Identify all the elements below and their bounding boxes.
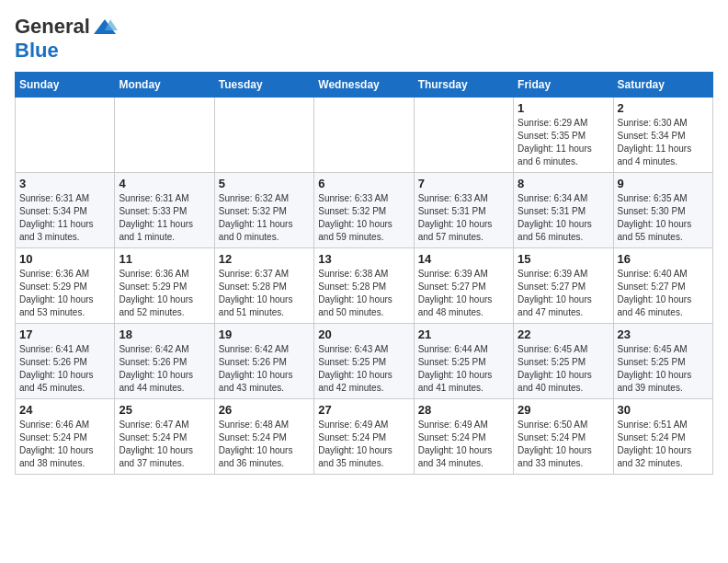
day-number: 20 <box>318 327 409 341</box>
day-number: 27 <box>318 403 409 417</box>
day-info: Sunrise: 6:44 AM Sunset: 5:25 PM Dayligh… <box>418 343 509 395</box>
day-number: 12 <box>219 252 310 266</box>
day-info: Sunrise: 6:49 AM Sunset: 5:24 PM Dayligh… <box>418 419 509 470</box>
day-info: Sunrise: 6:40 AM Sunset: 5:27 PM Dayligh… <box>618 268 709 319</box>
calendar-cell: 27Sunrise: 6:49 AM Sunset: 5:24 PM Dayli… <box>314 399 414 475</box>
calendar-cell: 15Sunrise: 6:39 AM Sunset: 5:27 PM Dayli… <box>514 248 613 324</box>
calendar: SundayMondayTuesdayWednesdayThursdayFrid… <box>15 72 713 475</box>
day-number: 11 <box>119 252 210 266</box>
day-number: 22 <box>518 327 609 341</box>
calendar-cell: 19Sunrise: 6:42 AM Sunset: 5:26 PM Dayli… <box>214 324 313 399</box>
day-info: Sunrise: 6:38 AM Sunset: 5:28 PM Dayligh… <box>318 268 409 319</box>
day-number: 24 <box>19 403 110 417</box>
calendar-header-row: SundayMondayTuesdayWednesdayThursdayFrid… <box>16 73 713 98</box>
day-info: Sunrise: 6:37 AM Sunset: 5:28 PM Dayligh… <box>219 268 310 319</box>
day-info: Sunrise: 6:48 AM Sunset: 5:24 PM Dayligh… <box>219 419 310 470</box>
weekday-header-friday: Friday <box>514 73 613 98</box>
weekday-header-wednesday: Wednesday <box>314 73 414 98</box>
day-number: 23 <box>618 327 709 341</box>
logo-icon <box>92 17 118 36</box>
calendar-cell: 12Sunrise: 6:37 AM Sunset: 5:28 PM Dayli… <box>214 248 313 324</box>
calendar-cell: 16Sunrise: 6:40 AM Sunset: 5:27 PM Dayli… <box>613 248 712 324</box>
calendar-cell: 3Sunrise: 6:31 AM Sunset: 5:34 PM Daylig… <box>16 173 115 248</box>
day-info: Sunrise: 6:35 AM Sunset: 5:30 PM Dayligh… <box>618 192 709 244</box>
calendar-cell: 23Sunrise: 6:45 AM Sunset: 5:25 PM Dayli… <box>613 324 712 399</box>
day-number: 1 <box>518 101 609 115</box>
header: General Blue <box>15 15 713 63</box>
calendar-week-2: 3Sunrise: 6:31 AM Sunset: 5:34 PM Daylig… <box>16 173 713 248</box>
calendar-cell: 5Sunrise: 6:32 AM Sunset: 5:32 PM Daylig… <box>214 173 313 248</box>
calendar-week-5: 24Sunrise: 6:46 AM Sunset: 5:24 PM Dayli… <box>16 399 713 475</box>
day-info: Sunrise: 6:33 AM Sunset: 5:32 PM Dayligh… <box>318 192 409 244</box>
weekday-header-thursday: Thursday <box>414 73 513 98</box>
weekday-header-tuesday: Tuesday <box>214 73 313 98</box>
calendar-cell: 24Sunrise: 6:46 AM Sunset: 5:24 PM Dayli… <box>16 399 115 475</box>
calendar-cell: 14Sunrise: 6:39 AM Sunset: 5:27 PM Dayli… <box>414 248 513 324</box>
calendar-cell: 18Sunrise: 6:42 AM Sunset: 5:26 PM Dayli… <box>115 324 214 399</box>
day-number: 10 <box>19 252 110 266</box>
calendar-cell: 13Sunrise: 6:38 AM Sunset: 5:28 PM Dayli… <box>314 248 414 324</box>
calendar-cell: 28Sunrise: 6:49 AM Sunset: 5:24 PM Dayli… <box>414 399 513 475</box>
day-number: 15 <box>518 252 609 266</box>
day-info: Sunrise: 6:33 AM Sunset: 5:31 PM Dayligh… <box>418 192 509 244</box>
day-number: 29 <box>518 403 609 417</box>
calendar-cell: 2Sunrise: 6:30 AM Sunset: 5:34 PM Daylig… <box>613 98 712 173</box>
day-number: 17 <box>19 327 110 341</box>
day-number: 6 <box>318 177 409 190</box>
day-info: Sunrise: 6:46 AM Sunset: 5:24 PM Dayligh… <box>19 419 110 470</box>
day-info: Sunrise: 6:50 AM Sunset: 5:24 PM Dayligh… <box>518 419 609 470</box>
day-info: Sunrise: 6:41 AM Sunset: 5:26 PM Dayligh… <box>19 343 110 395</box>
calendar-cell: 10Sunrise: 6:36 AM Sunset: 5:29 PM Dayli… <box>16 248 115 324</box>
calendar-cell: 22Sunrise: 6:45 AM Sunset: 5:25 PM Dayli… <box>514 324 613 399</box>
calendar-cell: 6Sunrise: 6:33 AM Sunset: 5:32 PM Daylig… <box>314 173 414 248</box>
day-info: Sunrise: 6:42 AM Sunset: 5:26 PM Dayligh… <box>119 343 210 395</box>
day-number: 13 <box>318 252 409 266</box>
day-number: 5 <box>219 177 310 190</box>
day-info: Sunrise: 6:47 AM Sunset: 5:24 PM Dayligh… <box>119 419 210 470</box>
day-info: Sunrise: 6:42 AM Sunset: 5:26 PM Dayligh… <box>219 343 310 395</box>
day-number: 19 <box>219 327 310 341</box>
day-info: Sunrise: 6:39 AM Sunset: 5:27 PM Dayligh… <box>418 268 509 319</box>
logo-blue: Blue <box>15 39 59 62</box>
day-number: 21 <box>418 327 509 341</box>
day-number: 18 <box>119 327 210 341</box>
calendar-cell: 30Sunrise: 6:51 AM Sunset: 5:24 PM Dayli… <box>613 399 712 475</box>
day-number: 8 <box>518 177 609 190</box>
calendar-cell <box>16 98 115 173</box>
day-number: 30 <box>618 403 709 417</box>
day-number: 28 <box>418 403 509 417</box>
day-number: 25 <box>119 403 210 417</box>
calendar-cell: 9Sunrise: 6:35 AM Sunset: 5:30 PM Daylig… <box>613 173 712 248</box>
day-number: 3 <box>19 177 110 190</box>
day-info: Sunrise: 6:49 AM Sunset: 5:24 PM Dayligh… <box>318 419 409 470</box>
day-number: 4 <box>119 177 210 190</box>
day-info: Sunrise: 6:51 AM Sunset: 5:24 PM Dayligh… <box>618 419 709 470</box>
day-info: Sunrise: 6:31 AM Sunset: 5:33 PM Dayligh… <box>119 192 210 244</box>
calendar-cell: 11Sunrise: 6:36 AM Sunset: 5:29 PM Dayli… <box>115 248 214 324</box>
calendar-cell: 26Sunrise: 6:48 AM Sunset: 5:24 PM Dayli… <box>214 399 313 475</box>
day-info: Sunrise: 6:39 AM Sunset: 5:27 PM Dayligh… <box>518 268 609 319</box>
day-number: 14 <box>418 252 509 266</box>
day-info: Sunrise: 6:36 AM Sunset: 5:29 PM Dayligh… <box>19 268 110 319</box>
calendar-cell: 29Sunrise: 6:50 AM Sunset: 5:24 PM Dayli… <box>514 399 613 475</box>
day-number: 16 <box>618 252 709 266</box>
calendar-cell: 1Sunrise: 6:29 AM Sunset: 5:35 PM Daylig… <box>514 98 613 173</box>
calendar-week-1: 1Sunrise: 6:29 AM Sunset: 5:35 PM Daylig… <box>16 98 713 173</box>
day-info: Sunrise: 6:34 AM Sunset: 5:31 PM Dayligh… <box>518 192 609 244</box>
day-info: Sunrise: 6:32 AM Sunset: 5:32 PM Dayligh… <box>219 192 310 244</box>
calendar-cell: 8Sunrise: 6:34 AM Sunset: 5:31 PM Daylig… <box>514 173 613 248</box>
calendar-cell: 21Sunrise: 6:44 AM Sunset: 5:25 PM Dayli… <box>414 324 513 399</box>
day-number: 7 <box>418 177 509 190</box>
calendar-cell <box>414 98 513 173</box>
calendar-cell <box>214 98 313 173</box>
calendar-week-3: 10Sunrise: 6:36 AM Sunset: 5:29 PM Dayli… <box>16 248 713 324</box>
day-info: Sunrise: 6:29 AM Sunset: 5:35 PM Dayligh… <box>518 117 609 168</box>
day-info: Sunrise: 6:45 AM Sunset: 5:25 PM Dayligh… <box>618 343 709 395</box>
calendar-cell <box>314 98 414 173</box>
day-info: Sunrise: 6:43 AM Sunset: 5:25 PM Dayligh… <box>318 343 409 395</box>
day-number: 2 <box>618 101 709 115</box>
calendar-cell: 4Sunrise: 6:31 AM Sunset: 5:33 PM Daylig… <box>115 173 214 248</box>
logo: General Blue <box>15 15 118 63</box>
day-info: Sunrise: 6:36 AM Sunset: 5:29 PM Dayligh… <box>119 268 210 319</box>
calendar-week-4: 17Sunrise: 6:41 AM Sunset: 5:26 PM Dayli… <box>16 324 713 399</box>
